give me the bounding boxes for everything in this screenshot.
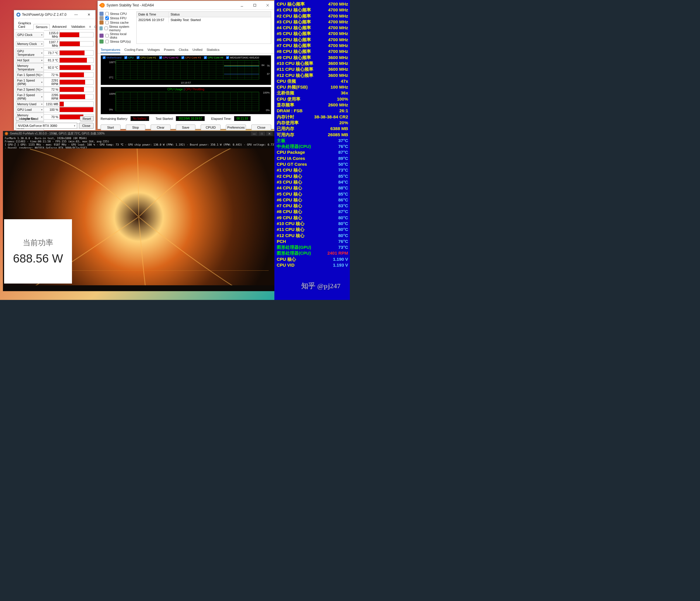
minimize-button[interactable]: — — [251, 132, 257, 136]
sensor-name[interactable]: GPU Temperature▾ — [16, 49, 44, 57]
osd-row: DRAM : FSB26:1 — [277, 108, 348, 114]
legend-item[interactable]: WDS100T3X0C-00SJG0 — [226, 56, 259, 59]
screenshot-icon[interactable]: ⎙ — [93, 24, 98, 29]
sensor-name[interactable]: Memory Temperature▾ — [16, 63, 44, 72]
reset-button[interactable]: Reset — [80, 116, 94, 121]
osd-row: #2 CPU 核心频率4700 MHz — [277, 13, 348, 19]
sensor-name[interactable]: GPU Clock▾ — [16, 32, 44, 37]
osd-row: #1 CPU 核心频率4700 MHz — [277, 7, 348, 13]
sensor-row: Fan 2 Speed (%)▾72 % — [16, 87, 94, 92]
sensor-name[interactable]: Fan 2 Speed (RPM)▾ — [16, 93, 44, 101]
tab-cooling-fans[interactable]: Cooling Fans — [124, 48, 143, 53]
minimize-button[interactable] — [235, 1, 248, 9]
tab-unified[interactable]: Unified — [193, 48, 202, 53]
sensor-value: 81.3 °C — [44, 58, 60, 63]
sensor-name[interactable]: Fan 1 Speed (RPM)▾ — [16, 78, 44, 86]
osd-row: 北桥倍频36x — [277, 90, 348, 96]
osd-row: #11 CPU 核心频率3600 MHz — [277, 67, 348, 72]
close-button[interactable]: ✕ — [266, 132, 273, 136]
tab-temperatures[interactable]: Temperatures — [101, 48, 120, 53]
gpuz-titlebar[interactable]: TechPowerUp GPU-Z 2.47.0 — ✕ — [14, 10, 95, 19]
tab-graphics-card[interactable]: Graphics Card — [16, 20, 33, 29]
sensor-bar — [60, 79, 94, 85]
minimize-button[interactable]: — — [70, 10, 82, 19]
save-button[interactable]: Save — [176, 125, 196, 130]
stress-check[interactable]: Stress CPU — [99, 12, 134, 16]
furmark-titlebar[interactable]: Geeks3D FurMark v1.30.0.0 - 155帧, GPU1 温… — [3, 131, 274, 136]
sensor-value: 73.7 °C — [44, 50, 60, 55]
sensor-name[interactable]: Fan 1 Speed (%)▾ — [16, 72, 44, 77]
sensor-value: 92.0 °C — [44, 65, 60, 70]
sensor-row: Fan 2 Speed (RPM)▾2295 RPM — [16, 93, 94, 101]
maximize-button[interactable] — [248, 1, 261, 9]
sensor-value: 1187.7 MHz — [44, 40, 60, 48]
tab-advanced[interactable]: Advanced — [50, 24, 69, 29]
osd-row: #9 CPU 核心80°C — [277, 215, 348, 221]
start-button[interactable]: Start — [101, 125, 121, 130]
legend-item[interactable]: CPU Core #3 — [181, 56, 201, 59]
cpuid-button[interactable]: CPUID — [201, 125, 221, 130]
sensor-value: 100 % — [44, 107, 60, 112]
clear-button[interactable]: Clear — [151, 125, 171, 130]
stress-check[interactable]: Stress GPU(s) — [99, 40, 134, 44]
tab-validation[interactable]: Validation — [69, 24, 88, 29]
osd-row: 内存计时38-38-38-84 CR2 — [277, 114, 348, 120]
close-button-2[interactable]: Close — [79, 123, 94, 129]
osd-row: #5 CPU 核心频率4700 MHz — [277, 31, 348, 36]
tab-statistics[interactable]: Statistics — [206, 48, 219, 53]
status-hdr-status: Status — [169, 12, 271, 17]
osd-row: #7 CPU 核心频率4700 MHz — [277, 43, 348, 49]
tab-sensors[interactable]: Sensors — [33, 24, 50, 29]
close-button[interactable] — [261, 1, 274, 9]
aida64-titlebar[interactable]: System Stability Test - AIDA64 — [98, 1, 274, 10]
sensor-name[interactable]: Hot Spot▾ — [16, 58, 44, 63]
svg-rect-1 — [254, 4, 256, 6]
legend-item[interactable]: CPU Core #1 — [136, 56, 156, 59]
sensor-row: GPU Clock▾1155.0 MHz — [16, 30, 94, 39]
sensor-name[interactable]: Fan 2 Speed (%)▾ — [16, 87, 44, 92]
close-button[interactable]: ✕ — [82, 10, 95, 19]
gpuz-tabs: Graphics CardSensorsAdvancedValidation≡⎙ — [14, 19, 95, 29]
sensor-bar — [60, 41, 94, 47]
legend-item[interactable]: Motherboard — [103, 56, 121, 59]
log-checkbox[interactable] — [16, 117, 19, 121]
tab-powers[interactable]: Powers — [164, 48, 175, 53]
osd-row: 内存使用率20% — [277, 120, 348, 126]
osd-panel: CPU 核心频率4700 MHz#1 CPU 核心频率4700 MHz#2 CP… — [274, 0, 350, 300]
sensor-value: 2295 RPM — [44, 93, 60, 101]
sensor-bar — [60, 94, 94, 99]
watermark: 知乎 @pj247 — [301, 282, 341, 289]
stress-check[interactable]: Stress local disks — [99, 32, 134, 39]
tab-voltages[interactable]: Voltages — [147, 48, 160, 53]
gpu-selector[interactable]: NVIDIA GeForce RTX 3080▾ — [16, 123, 77, 129]
sensor-name[interactable]: GPU Load▾ — [16, 107, 44, 112]
sensor-name[interactable]: Memory Used▾ — [16, 101, 44, 107]
osd-row: CPU VID1.193 V — [277, 262, 348, 268]
sensor-value: 72 % — [44, 87, 60, 92]
sensor-bar — [60, 65, 94, 70]
maximize-button[interactable]: □ — [258, 132, 265, 136]
osd-row: #10 CPU 核心80°C — [277, 221, 348, 227]
status-datetime: 2022/9/6 10:19:57 — [136, 17, 169, 23]
osd-row: #12 CPU 核心80°C — [277, 233, 348, 238]
stress-check[interactable]: Stress system memory — [99, 25, 134, 32]
sensor-name[interactable]: Memory Clock▾ — [16, 41, 44, 47]
hamburger-icon[interactable]: ≡ — [88, 24, 93, 29]
sensor-row: Fan 1 Speed (%)▾72 % — [16, 72, 94, 77]
legend-item[interactable]: CPU — [124, 56, 134, 59]
osd-row: CPU Package87°C — [277, 149, 348, 155]
aida64-window: System Stability Test - AIDA64 Stress CP… — [97, 1, 274, 129]
sensor-row: GPU Load▾100 % — [16, 107, 94, 112]
close-button[interactable]: Close — [251, 125, 271, 130]
stress-check[interactable]: Stress FPU — [99, 16, 134, 20]
preferences-button[interactable]: Preferences — [226, 125, 246, 130]
legend-item[interactable]: CPU Core #4 — [204, 56, 224, 59]
stress-check[interactable]: Stress cache — [99, 21, 134, 25]
tab-clocks[interactable]: Clocks — [179, 48, 189, 53]
legend-item[interactable]: CPU Core #2 — [159, 56, 179, 59]
flame-icon — [99, 2, 106, 8]
cpu-usage-chart: CPU Usage | CPU Throttling 100% 0% 100% … — [101, 87, 271, 114]
stop-button[interactable]: Stop — [126, 125, 146, 130]
gpuz-footer: Log to file Reset — [16, 116, 94, 121]
sensor-row: Memory Temperature▾92.0 °C — [16, 63, 94, 72]
